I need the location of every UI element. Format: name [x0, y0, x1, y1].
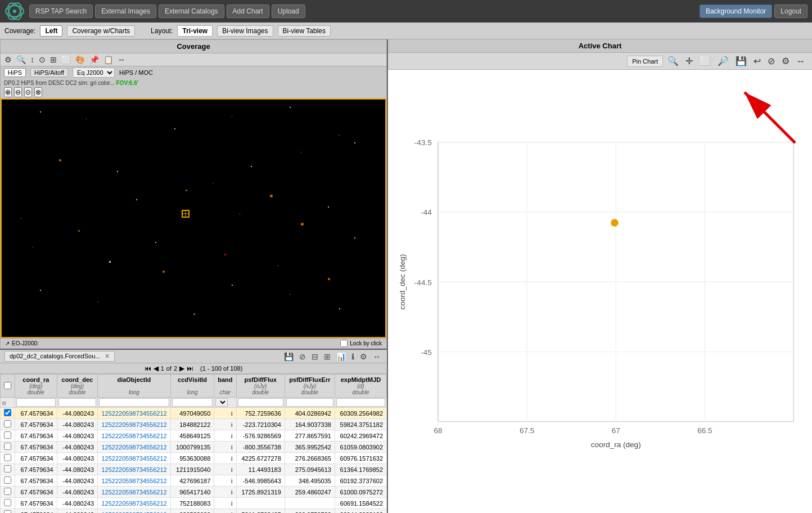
- cell-expmidptmjd-5: 61364.1769852: [335, 464, 386, 475]
- chart-zoom-in-icon[interactable]: 🔍: [665, 55, 681, 67]
- rsp-tap-search-button[interactable]: RSP TAP Search: [29, 4, 93, 18]
- tool-layers-icon[interactable]: ⊙: [37, 55, 47, 65]
- cell-diaobjectid-8: 125222059873455621​2: [98, 498, 171, 509]
- chart-move-icon[interactable]: ✛: [683, 55, 695, 67]
- filter-psfdifffluxerr[interactable]: [286, 398, 333, 407]
- table-row: 67.4579634 -44.080243 125222059873455621…: [1, 419, 387, 430]
- chart-save-icon[interactable]: 💾: [733, 55, 749, 67]
- chart-undo-icon[interactable]: ↩: [751, 55, 763, 67]
- page-next-button[interactable]: ▶: [179, 364, 184, 372]
- zoom-out-button[interactable]: ⊖: [14, 87, 22, 97]
- col-expmidptmjd-header: expMidptMJD(d)double: [335, 375, 386, 398]
- chart-data-point[interactable]: [611, 219, 619, 227]
- cell-band-8: i: [214, 498, 236, 509]
- page-last-button[interactable]: ⏭: [187, 364, 193, 372]
- tool-copy-icon[interactable]: 📋: [102, 55, 115, 65]
- biview-tables-button[interactable]: Bi-view Tables: [278, 25, 331, 37]
- row-checkbox-1[interactable]: [4, 420, 11, 428]
- chart-settings-icon[interactable]: ⚙: [779, 55, 792, 67]
- chart-expand-icon[interactable]: ↔: [794, 56, 808, 67]
- table-info-button[interactable]: ℹ: [350, 352, 356, 362]
- row-checkbox-6[interactable]: [4, 476, 11, 484]
- cell-diaobjectid-6: 125222059873455621​2: [98, 475, 171, 487]
- tool-expand-icon[interactable]: ↔: [116, 55, 127, 65]
- add-chart-button[interactable]: Add Chart: [227, 4, 269, 18]
- expand-icon[interactable]: ↗: [5, 340, 10, 346]
- cell-expmidptmjd-2: 60242.2969472: [335, 430, 386, 442]
- coverage-with-charts-button[interactable]: Coverage w/Charts: [67, 25, 135, 37]
- table-tab[interactable]: dp02_dc2_catalogs.ForcedSou... ✕: [4, 351, 115, 362]
- table-layout-button[interactable]: ⊞: [322, 352, 332, 362]
- cell-psfdifffluxerr-9: 200.9759732: [285, 509, 335, 514]
- lock-by-click-checkbox[interactable]: [340, 340, 348, 347]
- fov-value: FOV:6.6': [116, 80, 139, 86]
- col-psfdiffflux-header: psfDiffFlux(nJy)double: [236, 375, 285, 398]
- external-images-button[interactable]: External Images: [95, 4, 156, 18]
- hips-aitoff-button[interactable]: HiPS/Aitoff: [30, 68, 68, 77]
- hips-moc-label: HiPS / MOC: [119, 69, 153, 76]
- triview-button[interactable]: Tri-view: [177, 25, 213, 37]
- tool-cursor-icon[interactable]: ↕: [29, 55, 36, 65]
- pin-chart-button[interactable]: Pin Chart: [627, 56, 663, 67]
- page-first-button[interactable]: ⏮: [145, 364, 151, 372]
- row-checkbox-9[interactable]: [4, 510, 11, 513]
- col-coord-ra-header: coord_ra(deg)double: [15, 375, 57, 398]
- coverage-left-button[interactable]: Left: [40, 25, 62, 37]
- tab-close-button[interactable]: ✕: [105, 353, 110, 359]
- row-checkbox-8[interactable]: [4, 499, 11, 506]
- filter-band[interactable]: [215, 398, 228, 407]
- table-columns-button[interactable]: ⊟: [310, 352, 320, 362]
- external-catalogs-button[interactable]: External Catalogs: [159, 4, 224, 18]
- hips-button[interactable]: HiPS: [4, 68, 26, 77]
- cell-coord-dec-4: -44.080243: [57, 453, 97, 464]
- filter-coord-dec[interactable]: [58, 398, 96, 407]
- tool-search-icon[interactable]: 🔍: [15, 55, 28, 65]
- row-checkbox-2[interactable]: [4, 431, 11, 439]
- row-checkbox-3[interactable]: [4, 443, 11, 450]
- table-filter-button[interactable]: ⊘: [297, 352, 308, 362]
- cell-psfdifffluxerr-4: 276.2668365: [285, 453, 335, 464]
- logout-button[interactable]: Logout: [774, 4, 808, 18]
- filter-ccdvisitid[interactable]: [172, 398, 213, 407]
- page-prev-button[interactable]: ◀: [154, 364, 159, 372]
- page-separator: of: [166, 365, 172, 372]
- tool-grid-icon[interactable]: ⊞: [48, 55, 58, 65]
- filter-psfdiffflux[interactable]: [238, 398, 283, 407]
- select-all-checkbox[interactable]: [4, 382, 11, 389]
- coord-select[interactable]: Eq J2000 Gal: [73, 68, 115, 78]
- tool-color-icon[interactable]: 🎨: [74, 55, 87, 65]
- cell-diaobjectid-2: 125222059873455621​2: [98, 430, 171, 442]
- cell-psfdiffflux-1: -223.7210304: [236, 419, 285, 430]
- col-psfdifffluxerr-header: psfDiffFluxErr(nJy)double: [285, 375, 335, 398]
- background-monitor-button[interactable]: Background Monitor: [700, 4, 772, 18]
- row-checkbox-0[interactable]: [4, 409, 11, 416]
- zoom-in-button[interactable]: ⊕: [4, 87, 12, 97]
- tool-pin-icon[interactable]: 📌: [88, 55, 101, 65]
- row-checkbox-7[interactable]: [4, 488, 11, 495]
- chart-filter-icon[interactable]: ⊘: [765, 55, 777, 67]
- tool-settings-icon[interactable]: ⚙: [3, 55, 13, 65]
- filter-coord-ra[interactable]: [16, 398, 56, 407]
- table-expand-button[interactable]: ↔: [371, 352, 382, 362]
- cell-ccdvisitid-3: 1000799135: [170, 442, 214, 453]
- chart-zoom-out-icon[interactable]: 🔎: [715, 55, 731, 67]
- table-row: 67.4579634 -44.080243 125222059873455621…: [1, 487, 387, 498]
- filter-expmidptmjd[interactable]: [336, 398, 385, 407]
- chart-select-icon[interactable]: ⬜: [697, 55, 713, 67]
- svg-text:-44.5: -44.5: [414, 278, 432, 287]
- filter-diaobjectid[interactable]: [99, 398, 169, 407]
- table-row: 67.4579634 -44.080243 125222059873455621…: [1, 408, 387, 419]
- upload-button[interactable]: Upload: [272, 4, 305, 18]
- table-chart-button[interactable]: 📊: [335, 352, 348, 362]
- table-row: 67.4579634 -44.080243 125222059873455621…: [1, 453, 387, 464]
- coverage-label: Coverage:: [4, 27, 35, 35]
- table-save-button[interactable]: 💾: [282, 352, 295, 362]
- table-settings-button[interactable]: ⚙: [358, 352, 369, 362]
- row-checkbox-5[interactable]: [4, 465, 11, 472]
- zoom-reset-button[interactable]: ⊗: [34, 87, 42, 97]
- cell-band-5: i: [214, 464, 236, 475]
- biview-images-button[interactable]: Bi-view Images: [217, 25, 273, 37]
- tool-select-icon[interactable]: ⬜: [60, 55, 73, 65]
- zoom-fit-button[interactable]: ⊙: [24, 87, 32, 97]
- row-checkbox-4[interactable]: [4, 454, 11, 461]
